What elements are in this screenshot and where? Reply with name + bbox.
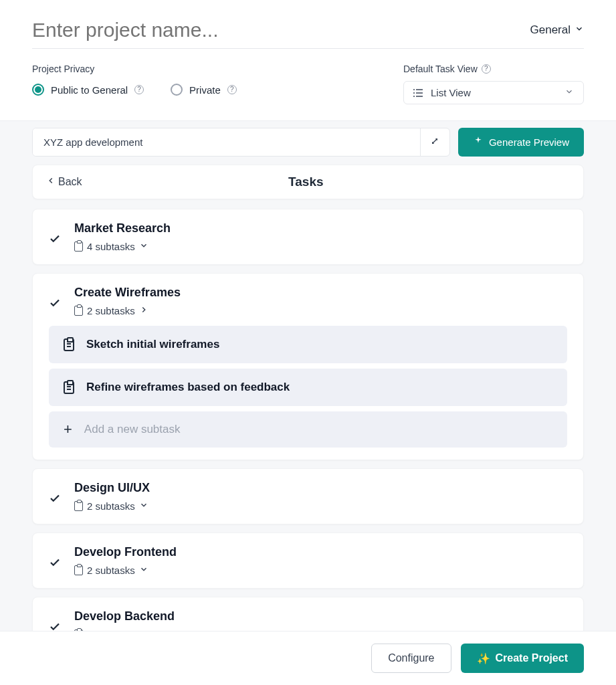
subtask-title: Sketch initial wireframes — [86, 338, 219, 351]
generate-button-label: Generate Preview — [489, 136, 569, 148]
task-card: Develop Frontend2 subtasks — [32, 532, 584, 589]
expand-button[interactable] — [420, 128, 449, 156]
expand-icon — [429, 136, 440, 149]
clipboard-icon — [64, 381, 74, 394]
privacy-option-public[interactable]: Public to General ? — [32, 84, 144, 96]
check-icon[interactable] — [49, 297, 61, 312]
task-card: Design UI/UX2 subtasks — [32, 468, 584, 524]
context-selector[interactable]: General — [530, 23, 584, 37]
chevron-down-icon — [575, 23, 584, 37]
add-subtask-button[interactable]: +Add a new subtask — [49, 411, 567, 448]
subtask-toggle[interactable]: 2 subtasks — [74, 500, 150, 512]
subtask-title: Refine wireframes based on feedback — [86, 381, 290, 394]
help-icon[interactable]: ? — [227, 85, 237, 94]
task-title[interactable]: Develop Backend — [74, 609, 175, 623]
privacy-option-label: Private — [189, 84, 221, 96]
chevron-down-icon — [139, 241, 148, 252]
subtask-item[interactable]: Sketch initial wireframes — [49, 326, 567, 363]
clipboard-icon — [74, 565, 83, 575]
help-icon[interactable]: ? — [134, 85, 144, 94]
svg-line-0 — [433, 139, 437, 144]
context-selector-label: General — [530, 23, 571, 37]
subtask-count-label: 2 subtasks — [87, 500, 135, 512]
privacy-option-label: Public to General — [51, 84, 128, 96]
subtask-toggle[interactable]: 2 subtasks — [74, 565, 177, 576]
configure-button[interactable]: Configure — [371, 644, 451, 673]
task-card: Market Research4 subtasks — [32, 209, 584, 265]
radio-selected-icon — [32, 84, 44, 96]
check-icon[interactable] — [49, 492, 61, 508]
task-title[interactable]: Create Wireframes — [74, 286, 181, 300]
subtask-toggle[interactable]: 2 subtasks — [74, 305, 181, 316]
subtask-item[interactable]: Refine wireframes based on feedback — [49, 369, 567, 406]
taskview-selected: List View — [431, 87, 471, 98]
task-card: Create Wireframes2 subtasksSketch initia… — [32, 273, 584, 460]
add-subtask-label: Add a new subtask — [84, 423, 181, 436]
prompt-input[interactable] — [33, 128, 420, 156]
clipboard-icon — [74, 241, 83, 252]
help-icon[interactable]: ? — [482, 64, 491, 74]
configure-label: Configure — [388, 652, 434, 664]
sparkle-icon — [473, 136, 484, 149]
clipboard-icon — [64, 338, 74, 351]
clipboard-icon — [74, 306, 83, 316]
sparkle-icon: ✨ — [477, 652, 490, 665]
privacy-label: Project Privacy — [32, 64, 237, 74]
create-label: Create Project — [496, 652, 569, 664]
create-project-button[interactable]: ✨ Create Project — [461, 644, 585, 673]
task-title[interactable]: Design UI/UX — [74, 481, 150, 495]
generate-preview-button[interactable]: Generate Preview — [458, 128, 584, 157]
taskview-label: Default Task View — [403, 64, 478, 74]
check-icon[interactable] — [49, 233, 61, 248]
project-name-input[interactable] — [32, 19, 530, 41]
subtask-count-label: 2 subtasks — [87, 565, 135, 576]
subtask-toggle[interactable]: 4 subtasks — [74, 241, 171, 252]
chevron-down-icon — [139, 565, 148, 576]
subtask-count-label: 2 subtasks — [87, 305, 135, 316]
subtask-count-label: 4 subtasks — [87, 241, 135, 252]
chevron-right-icon — [139, 305, 148, 316]
check-icon[interactable] — [49, 557, 61, 572]
chevron-down-icon — [139, 500, 148, 512]
privacy-option-private[interactable]: Private ? — [171, 84, 237, 96]
task-title[interactable]: Develop Frontend — [74, 545, 177, 559]
tasks-title: Tasks — [42, 175, 570, 189]
plus-icon: + — [64, 422, 72, 437]
radio-unselected-icon — [171, 84, 183, 96]
chevron-down-icon — [564, 87, 574, 98]
taskview-select[interactable]: List View — [403, 81, 584, 104]
clipboard-icon — [74, 501, 83, 511]
list-icon — [413, 89, 423, 97]
task-title[interactable]: Market Research — [74, 221, 171, 235]
